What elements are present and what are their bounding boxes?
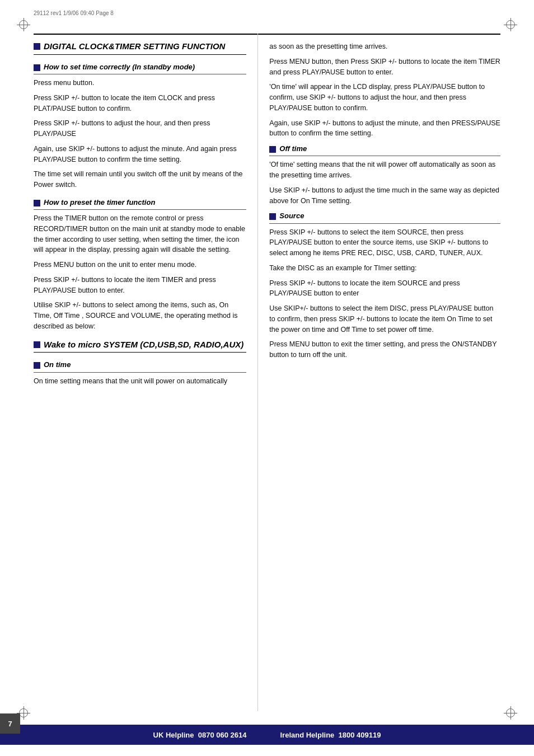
section1-heading-block: How to set time correctly (In standby mo… — [34, 63, 246, 72]
section1-p1: Press menu button. — [34, 78, 246, 88]
off-time-heading-block: Off time — [269, 144, 500, 153]
section1-divider — [34, 74, 246, 74]
section4-divider — [34, 372, 246, 373]
source-heading-block: Source — [269, 212, 500, 220]
on-time-p3: 'On time' will appear in the LCD display… — [269, 82, 500, 113]
section2-heading: How to preset the timer function — [44, 198, 155, 207]
section2-p4: Utilise SKIP +/- buttons to select among… — [34, 300, 246, 331]
ireland-helpline-label: Ireland Helpline 1800 409119 — [280, 731, 381, 739]
section3-heading: Wake to micro SYSTEM (CD,USB,SD, RADIO,A… — [44, 340, 243, 350]
section3-square — [34, 341, 40, 348]
section4-p1: On time setting means that the unit will… — [34, 376, 246, 387]
section2-square — [34, 200, 40, 206]
section1-p3: Press SKIP +/- buttons to adjust the hou… — [34, 118, 246, 139]
section2-p3: Press SKIP +/- buttons to locate the ite… — [34, 275, 246, 296]
section4-heading: On time — [44, 360, 71, 369]
source-p1: Press SKIP +/- buttons to select the ite… — [269, 227, 500, 259]
section3-heading-block: Wake to micro SYSTEM (CD,USB,SD, RADIO,A… — [34, 340, 246, 350]
section1-square — [34, 64, 40, 71]
source-p4: Use SKIP+/- buttons to select the item D… — [269, 303, 500, 335]
heading-square — [34, 43, 40, 50]
uk-helpline-label: UK Helpline 0870 060 2614 — [153, 731, 247, 739]
section2-divider — [34, 209, 246, 210]
source-p5: Press MENU button to exit the timer sett… — [269, 339, 500, 360]
on-time-cont: as soon as the presetting time arrives. — [269, 41, 500, 52]
left-column: DIGITAL CLOCK&TIMER SETTING FUNCTION How… — [34, 34, 257, 711]
off-time-p1: 'Of time' setting means that the nit wil… — [269, 159, 500, 181]
section4-heading-block: On time — [34, 360, 246, 369]
section1-p4: Again, use SKIP +/- buttons to adjust th… — [34, 144, 246, 165]
section2-p2: Press MENU button on the unit to enter m… — [34, 260, 246, 270]
section1-heading: How to set time correctly (In standby mo… — [44, 63, 195, 72]
page-meta: 29112 rev1 1/9/06 09:40 Page 8 — [34, 10, 114, 16]
registration-mark-br — [504, 706, 517, 720]
main-content: DIGITAL CLOCK&TIMER SETTING FUNCTION How… — [34, 34, 500, 711]
right-column: as soon as the presetting time arrives. … — [257, 34, 500, 711]
section4-square — [34, 362, 40, 369]
section1-p5: The time set will remain until you switc… — [34, 169, 246, 190]
registration-mark-tl — [17, 18, 30, 31]
off-time-square — [269, 146, 276, 153]
on-time-p2: Press MENU button, then Press SKIP +/- b… — [269, 57, 500, 78]
main-heading: DIGITAL CLOCK&TIMER SETTING FUNCTION — [44, 41, 225, 52]
source-p3: Press SKIP +/- buttons to locate the ite… — [269, 278, 500, 299]
section2-p1: Press the TIMER button on the remote con… — [34, 213, 246, 255]
main-divider — [34, 54, 246, 55]
section1-p2: Press SKIP +/- button to locate the item… — [34, 93, 246, 114]
off-time-p2: Use SKIP +/- buttons to adjust the time … — [269, 185, 500, 206]
source-heading: Source — [279, 212, 304, 220]
off-time-heading: Off time — [279, 144, 307, 153]
on-time-p4: Again, use SKIP +/- buttons to adjust th… — [269, 118, 500, 139]
section3-divider — [34, 352, 246, 353]
page-number: 7 — [0, 713, 20, 734]
footer: 7 UK Helpline 0870 060 2614 Ireland Help… — [0, 725, 534, 745]
source-p2: Take the DISC as an example for TImer se… — [269, 263, 500, 274]
source-divider — [269, 223, 500, 224]
source-square — [269, 213, 276, 220]
registration-mark-tr — [504, 18, 517, 31]
off-time-divider — [269, 156, 500, 156]
main-heading-block: DIGITAL CLOCK&TIMER SETTING FUNCTION — [34, 41, 246, 52]
section2-heading-block: How to preset the timer function — [34, 198, 246, 207]
